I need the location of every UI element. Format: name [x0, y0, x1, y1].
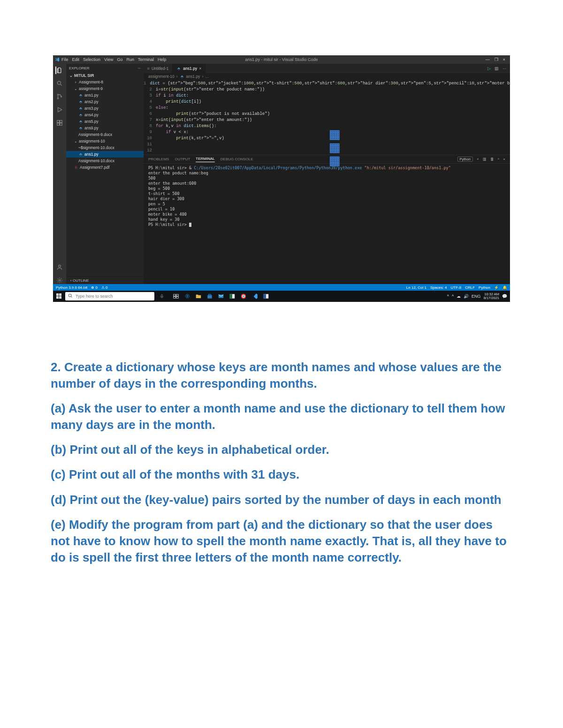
- svg-rect-22: [230, 294, 232, 298]
- menu-view[interactable]: View: [104, 57, 113, 62]
- code-editor[interactable]: 1dict = {str">"beg":500,str">"jacket":10…: [144, 80, 510, 155]
- file-item[interactable]: ⬘ans9.py: [66, 125, 144, 131]
- file-item[interactable]: ⎘Assignment7.pdf: [66, 164, 144, 171]
- tray-clock[interactable]: 10:32 AM 8/17/2021: [484, 293, 499, 300]
- maximize-button[interactable]: ❐: [495, 57, 498, 62]
- start-button[interactable]: [53, 291, 65, 302]
- python-file-icon: ⬘: [78, 106, 83, 111]
- menu-edit[interactable]: Edit: [72, 57, 80, 62]
- svg-point-24: [243, 295, 245, 298]
- edge-icon[interactable]: ⓔ: [183, 292, 192, 301]
- tray-volume-icon[interactable]: 🔊: [464, 294, 469, 299]
- feedback-icon[interactable]: ⚡: [494, 285, 499, 290]
- search-icon[interactable]: [56, 80, 63, 87]
- explorer-icon[interactable]: [55, 67, 63, 74]
- run-debug-icon[interactable]: [56, 106, 63, 113]
- tab-close-icon[interactable]: ×: [199, 66, 201, 71]
- line-number: 5: [144, 105, 156, 111]
- menu-go[interactable]: Go: [117, 57, 122, 62]
- tray-chevron-up-icon[interactable]: ^: [452, 294, 454, 299]
- file-explorer-icon[interactable]: [194, 292, 203, 301]
- tray-language[interactable]: ENG: [472, 294, 481, 299]
- tab-modified-icon: ≡: [147, 66, 150, 71]
- taskbar-search[interactable]: Type here to search: [65, 292, 154, 300]
- errors-count[interactable]: ⊗ 0: [91, 285, 98, 290]
- terminal-line: enter the amount:600: [148, 181, 505, 186]
- tab-more-icon[interactable]: ···: [502, 66, 506, 71]
- language-mode[interactable]: Python: [479, 285, 490, 290]
- tree-label: assignment-10: [79, 139, 105, 143]
- terminal[interactable]: PS H:\mitul sir> & C:/Users/20se02it007/…: [144, 164, 510, 284]
- folder-item[interactable]: ›Assignment-8: [66, 79, 144, 85]
- sidebar-more-icon[interactable]: ···: [137, 66, 141, 70]
- file-item[interactable]: ⬘ans1.py: [66, 151, 144, 158]
- file-item[interactable]: ⬘ans2.py: [66, 98, 144, 105]
- encoding[interactable]: UTF-8: [451, 285, 462, 290]
- tree-label: assignment-9: [79, 86, 103, 91]
- line-number: 1: [144, 81, 150, 87]
- folder-item[interactable]: ⌄assignment-9: [66, 85, 144, 92]
- question-intro: 2. Create a dictionary whose keys are mo…: [51, 359, 512, 392]
- tab-untitled[interactable]: ≡ Untitled-1: [144, 64, 173, 73]
- menu-help[interactable]: Help: [158, 57, 167, 62]
- vscode-taskbar-icon[interactable]: [250, 292, 259, 301]
- file-item[interactable]: ⬘ans3.py: [66, 105, 144, 112]
- action-center-icon[interactable]: 💬: [502, 294, 507, 299]
- svg-point-9: [59, 279, 61, 281]
- code-line: if i in dict:: [156, 93, 189, 99]
- file-item[interactable]: ⬘ans4.py: [66, 112, 144, 118]
- question-a: (a) Ask the user to enter a month name a…: [51, 400, 512, 433]
- mail-icon[interactable]: [216, 292, 226, 301]
- menu-file[interactable]: File: [61, 57, 68, 62]
- file-item[interactable]: ▦Assignment-10.docx: [66, 158, 144, 164]
- split-editor-icon[interactable]: ▥: [495, 66, 499, 71]
- extensions-icon[interactable]: [56, 119, 63, 127]
- breadcrumb-item[interactable]: …: [205, 74, 209, 79]
- store-icon[interactable]: [205, 292, 214, 301]
- source-control-icon[interactable]: [56, 93, 63, 100]
- sidebar-title: EXPLORER: [69, 66, 90, 70]
- outline-section[interactable]: › OUTLINE: [66, 277, 144, 284]
- file-item[interactable]: ⬘ans1.py: [66, 92, 144, 98]
- warnings-count[interactable]: ⚠ 0: [101, 285, 108, 290]
- terminal-line: t-shirt = 500: [148, 191, 505, 196]
- word-icon[interactable]: [261, 292, 271, 301]
- close-window-button[interactable]: ×: [503, 57, 505, 62]
- tray-cloud-icon[interactable]: ☁: [456, 294, 461, 299]
- line-number: 11: [144, 142, 156, 148]
- code-line: if v < x:: [156, 129, 189, 135]
- line-number: 10: [144, 135, 156, 142]
- minimize-button[interactable]: —: [486, 57, 490, 62]
- excel-icon[interactable]: [228, 292, 237, 301]
- breadcrumb-item[interactable]: assignment-10: [148, 74, 175, 79]
- line-number: 9: [144, 129, 156, 135]
- breadcrumb[interactable]: assignment-10 › ⬘ ans1.py › …: [144, 73, 510, 80]
- file-item[interactable]: ▦Assignment-9.docx: [66, 131, 144, 138]
- terminal-line: pencil = 10: [148, 207, 505, 212]
- menu-selection[interactable]: Selection: [83, 57, 100, 62]
- terminal-line: enter the poduct name:beg: [148, 171, 505, 176]
- notifications-icon[interactable]: 🔔: [502, 285, 507, 290]
- eol[interactable]: CRLF: [465, 285, 475, 290]
- file-item[interactable]: ▦~$signment-10.docx: [66, 144, 144, 151]
- line-number: 12: [144, 148, 156, 154]
- file-item[interactable]: ⬘ans5.py: [66, 118, 144, 125]
- account-icon[interactable]: [56, 263, 63, 271]
- menu-terminal[interactable]: Terminal: [138, 57, 154, 62]
- cursor-position[interactable]: Ln 12, Col 1: [406, 285, 426, 290]
- breadcrumb-item[interactable]: ans1.py: [186, 74, 200, 79]
- python-interpreter[interactable]: Python 3.9.6 64-bit: [56, 285, 87, 290]
- settings-gear-icon[interactable]: [56, 277, 63, 284]
- run-file-icon[interactable]: ▷: [487, 66, 491, 71]
- tab-ans1[interactable]: ⬘ ans1.py ×: [173, 64, 205, 73]
- workspace-root[interactable]: ⌄ MITUL SIR: [66, 72, 144, 79]
- indent-setting[interactable]: Spaces: 4: [430, 285, 447, 290]
- menu-run[interactable]: Run: [126, 57, 134, 62]
- chrome-icon[interactable]: [239, 292, 248, 301]
- svg-rect-18: [174, 297, 176, 299]
- tray-chevron-icon[interactable]: ᴿ: [447, 294, 449, 299]
- question-c: (c) Print out all of the months with 31 …: [51, 466, 512, 483]
- cortana-mic-icon[interactable]: [157, 294, 167, 299]
- task-view-icon[interactable]: [171, 292, 181, 301]
- folder-item[interactable]: ⌄assignment-10: [66, 138, 144, 144]
